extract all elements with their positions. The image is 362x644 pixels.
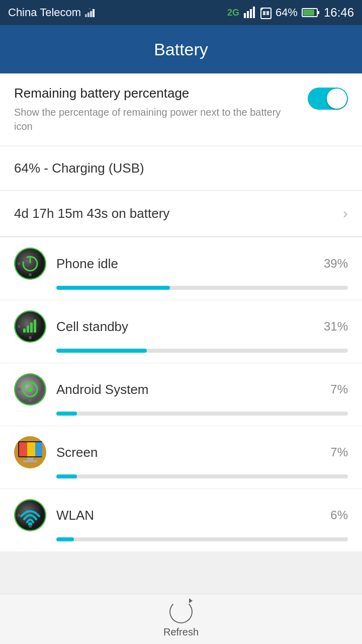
battery-percent-status: 64% [276, 6, 298, 19]
item-percent-cell-standby: 31% [324, 319, 348, 334]
progress-bar-screen [56, 474, 348, 478]
list-item[interactable]: WLAN 6% [0, 489, 362, 551]
status-bar-left: China Telecom [8, 6, 96, 19]
svg-rect-25 [27, 326, 29, 333]
svg-rect-7 [253, 7, 255, 18]
battery-icon [302, 7, 320, 18]
svg-rect-40 [19, 442, 27, 456]
svg-rect-2 [90, 11, 92, 17]
list-item[interactable]: Cell standby 31% [0, 300, 362, 363]
svg-point-30 [29, 336, 32, 339]
svg-rect-14 [303, 10, 314, 16]
phone-idle-icon [14, 248, 46, 280]
item-percent-phone-idle: 39% [324, 257, 348, 271]
list-item[interactable]: Android System 7% [0, 363, 362, 426]
svg-rect-44 [23, 460, 37, 462]
svg-rect-27 [34, 319, 36, 333]
svg-point-50 [29, 525, 32, 528]
android-system-icon [14, 373, 46, 406]
sim-icon [260, 6, 272, 19]
svg-rect-8 [261, 8, 271, 19]
svg-point-29 [18, 325, 21, 328]
svg-rect-4 [244, 13, 246, 18]
phone-idle-svg [14, 248, 46, 280]
battery-percentage-toggle[interactable] [308, 88, 348, 110]
wlan-svg [14, 499, 46, 531]
svg-point-36 [18, 388, 21, 391]
status-bar: China Telecom 2G 64% [0, 0, 362, 25]
svg-point-49 [18, 514, 21, 517]
progress-bar-cell-standby [56, 349, 348, 353]
toggle-title: Remaining battery percentage [14, 86, 298, 101]
svg-rect-13 [317, 11, 319, 14]
progress-fill-android-system [56, 412, 77, 416]
svg-rect-1 [87, 13, 89, 17]
item-name-wlan: WLAN [56, 508, 330, 523]
refresh-icon[interactable] [169, 600, 193, 623]
list-item[interactable]: Phone idle 39% [0, 237, 362, 300]
screen-svg [14, 436, 46, 468]
progress-bar-wlan [56, 537, 348, 541]
item-name-android-system: Android System [56, 382, 330, 397]
svg-rect-43 [27, 457, 33, 460]
header: Battery [0, 25, 362, 73]
toggle-knob [327, 89, 347, 109]
svg-rect-3 [93, 9, 95, 17]
item-percent-android-system: 7% [330, 382, 348, 396]
list-item[interactable]: Screen 7% [0, 426, 362, 489]
network-type: 2G [227, 8, 239, 18]
battery-time-row[interactable]: 4d 17h 15m 43s on battery › [0, 191, 362, 236]
toggle-description: Show the percentage of remaining power n… [14, 105, 298, 133]
main-content: Remaining battery percentage Show the pe… [0, 73, 362, 602]
svg-point-20 [18, 262, 21, 265]
toggle-row[interactable]: Remaining battery percentage Show the pe… [0, 73, 362, 145]
wlan-icon [14, 499, 46, 531]
progress-bar-phone-idle [56, 286, 348, 290]
progress-bar-android-system [56, 412, 348, 416]
item-name-screen: Screen [56, 445, 330, 460]
carrier-name: China Telecom [8, 6, 81, 19]
refresh-label: Refresh [163, 626, 199, 638]
cell-standby-svg [14, 310, 46, 343]
page-title: Battery [154, 40, 208, 59]
status-bar-right: 2G 64% 16:46 [227, 6, 354, 20]
battery-time-text: 4d 17h 15m 43s on battery [14, 206, 169, 221]
signal-bars-icon [243, 6, 256, 19]
screen-icon [14, 436, 46, 468]
battery-usage-list: Phone idle 39% [0, 237, 362, 551]
android-system-svg [14, 373, 46, 406]
progress-fill-screen [56, 474, 77, 478]
svg-rect-26 [30, 323, 33, 333]
svg-point-37 [29, 399, 32, 402]
svg-rect-6 [250, 9, 252, 18]
carrier-signal-icon [85, 8, 96, 17]
progress-fill-wlan [56, 537, 74, 541]
svg-rect-5 [247, 11, 249, 18]
item-name-cell-standby: Cell standby [56, 319, 324, 335]
chevron-right-icon: › [343, 205, 348, 222]
svg-rect-24 [23, 329, 26, 333]
item-percent-wlan: 6% [330, 508, 348, 522]
svg-rect-10 [263, 11, 265, 15]
svg-point-21 [29, 273, 32, 276]
remaining-battery-section: Remaining battery percentage Show the pe… [0, 73, 362, 145]
item-percent-screen: 7% [330, 445, 348, 459]
progress-fill-cell-standby [56, 349, 147, 353]
toggle-text-container: Remaining battery percentage Show the pe… [14, 86, 308, 133]
charging-status: 64% - Charging (USB) [0, 146, 362, 191]
svg-rect-0 [85, 14, 87, 17]
progress-fill-phone-idle [56, 286, 170, 290]
clock: 16:46 [324, 6, 354, 20]
item-name-phone-idle: Phone idle [56, 256, 324, 272]
svg-point-34 [28, 387, 33, 392]
svg-rect-11 [266, 11, 269, 15]
svg-rect-42 [35, 442, 42, 456]
cell-standby-icon [14, 310, 46, 343]
bottom-nav: Refresh [0, 594, 362, 644]
svg-rect-41 [27, 442, 35, 456]
